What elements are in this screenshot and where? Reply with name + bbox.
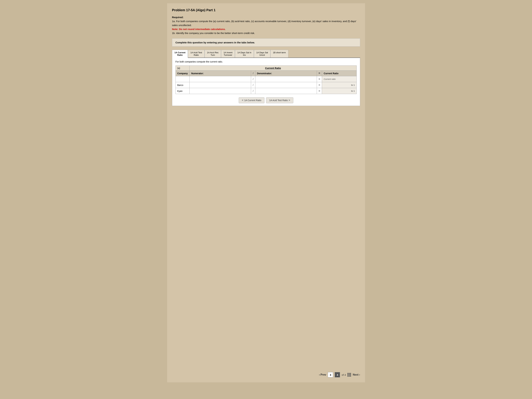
page-4-box[interactable]: 4 — [335, 372, 340, 377]
tab-1a-days-sal-uncol[interactable]: 1A Days Sal Uncol — [254, 50, 271, 57]
complete-instruction: Complete this question by entering your … — [176, 41, 255, 44]
col-slash-header: / — [251, 71, 255, 76]
denominator-input-barco[interactable] — [257, 83, 315, 87]
section-label-cell: (a) — [176, 66, 190, 71]
numerator-input-1[interactable] — [191, 77, 249, 81]
numerator-cell-1[interactable] — [190, 76, 251, 82]
section-title-cell: Current Ratio — [190, 66, 356, 71]
instruction-1b: 1b. Identify the company you consider to… — [172, 31, 360, 35]
next-arrow: > — [289, 99, 290, 102]
equals-cell-barco: = — [317, 82, 322, 88]
equals-cell-kyan: = — [317, 88, 322, 94]
tab-1b-short-term[interactable]: 1B short term — [270, 50, 288, 57]
table-row-kyan: Kyan / = to 1 — [176, 88, 356, 94]
slash-cell-barco: / — [251, 82, 255, 88]
instruction-box: Complete this question by entering your … — [172, 38, 360, 46]
section-title: Current Ratio — [265, 67, 281, 70]
next-tab-button[interactable]: 1A Acid Test Ratio > — [266, 97, 293, 103]
result-cell-kyan: to 1 — [322, 88, 356, 94]
company-cell-1 — [176, 76, 190, 82]
of-text: of 4 — [342, 374, 346, 376]
equals-cell-1: = — [317, 76, 322, 82]
result-cell-barco: to 1 — [322, 82, 356, 88]
tab-label: 1A Current — [175, 51, 186, 54]
tab-1a-current-ratio[interactable]: 1A Current Ratio — [172, 50, 188, 58]
prev-arrow-icon: ‹ — [319, 373, 320, 376]
table-row: / = Current ratio — [176, 76, 356, 82]
grid-icon[interactable] — [347, 373, 351, 377]
prev-tab-label: 1A Current Ratio — [244, 99, 261, 101]
page-3-num: 3 — [330, 374, 331, 376]
prev-tab-button[interactable]: < 1A Current Ratio — [239, 97, 264, 103]
tab-1a-invent-turnover[interactable]: 1A Invent Turnover — [221, 50, 235, 57]
current-ratio-label: Current ratio — [324, 78, 336, 80]
page-container: Problem 17-5A (Algo) Part 1 Required: 1a… — [167, 3, 365, 382]
company-cell-kyan: Kyan — [176, 88, 190, 94]
page-4-num: 4 — [337, 374, 338, 376]
col-denominator-header: Denominator: — [255, 71, 317, 76]
numerator-input-barco[interactable] — [191, 83, 249, 87]
numerator-input-kyan[interactable] — [191, 89, 249, 93]
kyan-to1: to 1 — [351, 90, 355, 92]
required-section: Required: 1a. For both companies compute… — [172, 15, 360, 35]
col-company-header: Company — [176, 71, 190, 76]
next-button[interactable]: Next › — [353, 373, 360, 376]
slash-cell-1: / — [251, 76, 255, 82]
ratio-table: (a) Current Ratio Company Numerator: / D… — [176, 65, 357, 94]
required-label: Required: — [172, 16, 184, 19]
prev-label: Prev — [321, 373, 326, 376]
col-equals-header: = — [317, 71, 322, 76]
next-tab-label: 1A Acid Test Ratio — [269, 99, 288, 101]
tab-content: For both companies compute the current r… — [172, 58, 360, 106]
bottom-nav-tabs: < 1A Current Ratio 1A Acid Test Ratio > — [176, 97, 357, 103]
denominator-cell-1[interactable] — [255, 76, 317, 82]
tab-1a-acid-test[interactable]: 1A Acid Test Ratio — [188, 50, 205, 57]
tab-1a-days-sal-inv[interactable]: 1A Days Sal in Inv — [235, 50, 254, 57]
next-label: Next — [353, 373, 358, 376]
tabs-container: 1A Current Ratio 1A Acid Test Ratio 1A A… — [172, 50, 360, 58]
denominator-cell-barco[interactable] — [255, 82, 317, 88]
barco-to1: to 1 — [351, 84, 355, 86]
table-row-barco: Barco / = to 1 — [176, 82, 356, 88]
prev-button[interactable]: ‹ Prev — [319, 373, 326, 376]
page-3-box[interactable]: 3 — [328, 372, 333, 377]
bottom-pagination: ‹ Prev 3 4 of 4 Next › — [319, 372, 360, 377]
numerator-cell-barco[interactable] — [190, 82, 251, 88]
note-text: Note: Do not round intermediate calculat… — [172, 27, 360, 31]
company-cell-barco: Barco — [176, 82, 190, 88]
result-cell-1: Current ratio — [322, 76, 356, 82]
denominator-input-1[interactable] — [257, 77, 315, 81]
numerator-cell-kyan[interactable] — [190, 88, 251, 94]
next-arrow-icon: › — [359, 373, 360, 376]
col-numerator-header: Numerator: — [190, 71, 251, 76]
section-label: (a) — [177, 67, 180, 70]
prev-arrow: < — [242, 99, 243, 102]
tab-description: For both companies compute the current r… — [176, 60, 357, 63]
tab-label-2: Ratio — [175, 54, 186, 56]
denominator-cell-kyan[interactable] — [255, 88, 317, 94]
col-result-header: Current Ratio — [322, 71, 356, 76]
tab-1a-acct-rec[interactable]: 1A Acct Rec Turn — [205, 50, 221, 57]
slash-cell-kyan: / — [251, 88, 255, 94]
denominator-input-kyan[interactable] — [257, 89, 315, 93]
problem-title: Problem 17-5A (Algo) Part 1 — [172, 8, 360, 12]
instruction-1a: 1a. For both companies compute the (a) c… — [172, 19, 360, 27]
